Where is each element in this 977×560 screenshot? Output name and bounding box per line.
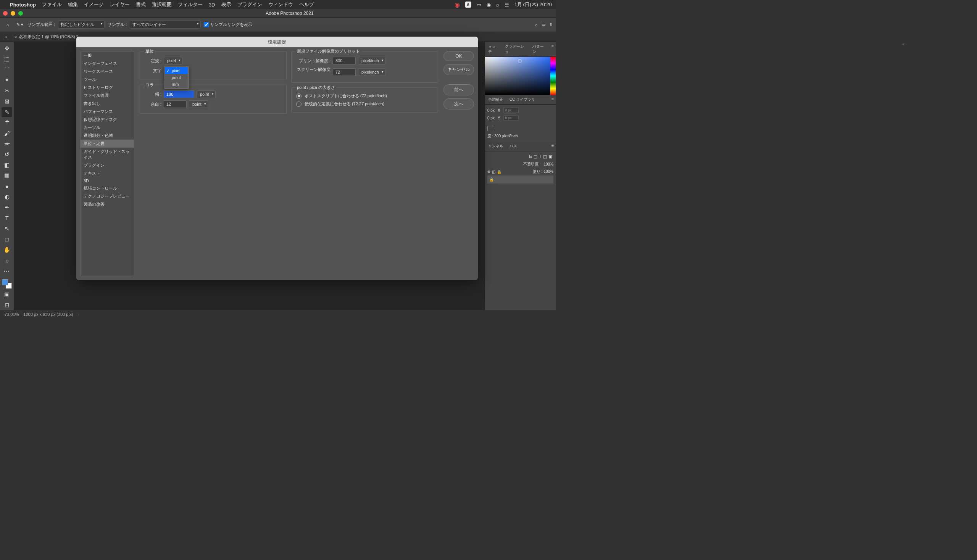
- pref-3d[interactable]: 3D: [80, 177, 134, 184]
- channel-tab[interactable]: ャンネル: [485, 142, 506, 151]
- pref-workspace[interactable]: ワークスペース: [80, 68, 134, 75]
- hue-slider[interactable]: [550, 57, 556, 95]
- menu-file[interactable]: ファイル: [42, 1, 62, 8]
- pref-plugins[interactable]: プラグイン: [80, 162, 134, 169]
- menu-filter[interactable]: フィルター: [178, 1, 203, 8]
- healing-tool[interactable]: ☂: [2, 118, 12, 128]
- menu-plugin[interactable]: プラグイン: [237, 1, 262, 8]
- screen-res-unit[interactable]: pixel/inch: [358, 68, 386, 76]
- layer-lock-icon[interactable]: 🔒: [489, 177, 494, 182]
- swatch-tab[interactable]: ォッチ: [485, 42, 502, 57]
- gutter-input[interactable]: [164, 100, 187, 108]
- gradient-tab[interactable]: グラデーショ: [502, 42, 529, 57]
- frame-tool[interactable]: ⊠: [2, 97, 12, 107]
- crop-icon[interactable]: ◫: [543, 154, 547, 159]
- menu-help[interactable]: ヘルプ: [299, 1, 314, 8]
- prop-y-input[interactable]: 0 px: [503, 115, 519, 120]
- canvas-icon[interactable]: [488, 126, 494, 131]
- marquee-tool[interactable]: ⬚: [2, 54, 12, 64]
- workspace-icon[interactable]: ▭: [541, 22, 545, 27]
- gradient-tool[interactable]: ▦: [2, 171, 12, 181]
- quickmask-tool[interactable]: ▣: [2, 290, 12, 300]
- menu-select[interactable]: 選択範囲: [152, 1, 172, 8]
- pref-tools[interactable]: ツール: [80, 75, 134, 83]
- battery-icon[interactable]: ▭: [477, 2, 481, 8]
- pref-history[interactable]: ヒストリーログ: [80, 83, 134, 92]
- search-icon[interactable]: ⌕: [535, 23, 538, 27]
- foreground-color-swatch[interactable]: [2, 279, 8, 285]
- app-name[interactable]: Photoshop: [10, 2, 36, 8]
- menu-edit[interactable]: 編集: [68, 1, 78, 8]
- move-tool[interactable]: ✥: [2, 43, 12, 53]
- dropdown-mm[interactable]: mm: [165, 81, 188, 88]
- doc-info[interactable]: 1200 px x 630 px (300 ppi): [23, 312, 73, 317]
- lasso-tool[interactable]: ⌒: [2, 65, 12, 75]
- pref-performance[interactable]: パフォーマンス: [80, 108, 134, 116]
- minimize-window-icon[interactable]: [11, 11, 15, 16]
- fill-value[interactable]: 100%: [543, 169, 553, 173]
- more-tools[interactable]: ⋯: [2, 266, 12, 276]
- pref-scratch[interactable]: 仮想記憶ディスク: [80, 116, 134, 123]
- status-more-icon[interactable]: ›: [78, 312, 79, 317]
- home-icon[interactable]: ⌂: [3, 20, 12, 29]
- pref-text[interactable]: テキスト: [80, 169, 134, 177]
- current-tool-icon[interactable]: ✎ ▾: [15, 20, 24, 29]
- dropdown-pixel[interactable]: pixel: [165, 67, 188, 74]
- screen-res-input[interactable]: [333, 68, 356, 76]
- pref-file[interactable]: ファイル管理: [80, 92, 134, 100]
- menu-image[interactable]: イメージ: [84, 1, 104, 8]
- pref-interface[interactable]: インターフェイス: [80, 60, 134, 68]
- screenmode-tool[interactable]: ⊡: [2, 300, 12, 310]
- pref-improve[interactable]: 製品の改善: [80, 200, 134, 208]
- blur-tool[interactable]: ●: [2, 181, 12, 191]
- lock-position-icon[interactable]: ◫: [492, 170, 495, 174]
- pref-techpreview[interactable]: テクノロジープレビュー: [80, 192, 134, 200]
- toolbar-collapse-icon[interactable]: »: [5, 35, 7, 39]
- creative-cloud-icon[interactable]: ◉: [454, 1, 460, 8]
- menu-3d[interactable]: 3D: [209, 2, 215, 8]
- postscript-radio[interactable]: ポストスクリプトに合わせる (72 point/inch): [296, 93, 433, 99]
- pref-transparency[interactable]: 透明部分・色域: [80, 132, 134, 140]
- path-tab[interactable]: パス: [506, 142, 520, 151]
- share-icon[interactable]: ⇪: [549, 22, 553, 27]
- panel-menu-icon-2[interactable]: ≡: [549, 95, 556, 104]
- pattern-tab[interactable]: パターン: [529, 42, 549, 57]
- width-input[interactable]: [164, 90, 194, 98]
- prop-x-input[interactable]: 0 px: [503, 108, 519, 113]
- zoom-tool[interactable]: ⌕: [2, 256, 12, 265]
- color-picker[interactable]: [485, 57, 550, 95]
- close-window-icon[interactable]: [3, 11, 8, 16]
- pen-tool[interactable]: ✒: [2, 203, 12, 212]
- type-tool[interactable]: T: [2, 213, 12, 223]
- type-icon[interactable]: T: [539, 154, 541, 159]
- panel-menu-icon[interactable]: ≡: [549, 42, 556, 57]
- lock-icon[interactable]: 🔒: [497, 170, 501, 174]
- pref-ext[interactable]: 拡張コントロール: [80, 184, 134, 192]
- spotlight-icon[interactable]: ⌕: [496, 2, 499, 8]
- next-button[interactable]: 次へ: [443, 98, 474, 110]
- cancel-button[interactable]: キャンセル: [443, 64, 474, 75]
- clone-tool[interactable]: ⬲: [2, 139, 12, 149]
- tab-close-icon[interactable]: ×: [15, 35, 17, 39]
- cc-library-tab[interactable]: CC ライブラリ: [506, 95, 538, 104]
- menu-view[interactable]: 表示: [221, 1, 231, 8]
- hand-tool[interactable]: ✋: [2, 245, 12, 255]
- color-correct-tab[interactable]: 色調補正: [485, 95, 506, 104]
- show-sample-ring-input[interactable]: [204, 22, 209, 27]
- wifi-icon[interactable]: ◉: [487, 2, 491, 8]
- brush-tool[interactable]: 🖌: [2, 128, 12, 138]
- path-select-tool[interactable]: ↖: [2, 224, 12, 234]
- zoom-level[interactable]: 73.01%: [5, 312, 19, 317]
- prev-button[interactable]: 前へ: [443, 84, 474, 95]
- pref-guides[interactable]: ガイド・グリッド・スライス: [80, 148, 134, 162]
- pref-cursor[interactable]: カーソル: [80, 123, 134, 132]
- panel-menu-icon-3[interactable]: ≡: [549, 142, 556, 151]
- eraser-tool[interactable]: ◧: [2, 160, 12, 170]
- clock[interactable]: 1月7日(木) 20:20: [514, 1, 552, 8]
- document-tab[interactable]: × 名称未設定 1 @ 73% (RCB/8) *: [15, 34, 78, 40]
- mask-icon[interactable]: ▢: [534, 154, 537, 159]
- input-source-icon[interactable]: A: [465, 2, 471, 8]
- pref-export[interactable]: 書き出し: [80, 100, 134, 108]
- dropdown-point[interactable]: point: [165, 74, 188, 81]
- history-brush-tool[interactable]: ↺: [2, 150, 12, 160]
